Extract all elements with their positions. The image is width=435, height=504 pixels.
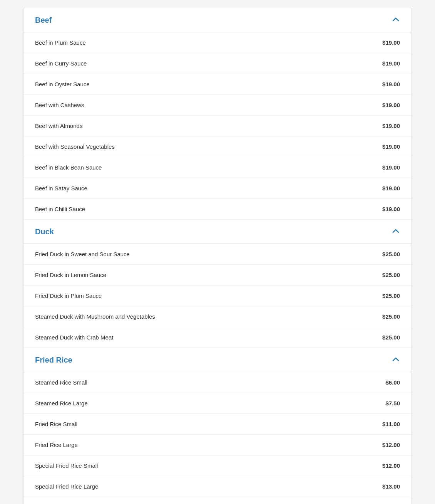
section-title-fried-rice: Fried Rice xyxy=(35,356,72,365)
item-name: Beef in Plum Sauce xyxy=(35,39,86,46)
section-header-duck[interactable]: Duck xyxy=(23,220,412,244)
item-price: $25.00 xyxy=(382,251,400,257)
item-name: Fried Rice Large xyxy=(35,442,78,448)
menu-item: Fried Duck in Plum Sauce$25.00 xyxy=(23,286,412,306)
item-price: $19.00 xyxy=(382,143,400,150)
section-title-beef: Beef xyxy=(35,16,52,25)
item-price: $19.00 xyxy=(382,60,400,67)
item-price: $19.00 xyxy=(382,164,400,171)
menu-item: Beef with Cashews$19.00 xyxy=(23,95,412,116)
item-price: $25.00 xyxy=(382,272,400,278)
item-name: Steamed Rice Large xyxy=(35,400,88,407)
item-price: $7.50 xyxy=(385,400,400,407)
menu-item: Beef in Satay Sauce$19.00 xyxy=(23,178,412,199)
menu-item: Beef in Black Bean Sauce$19.00 xyxy=(23,157,412,178)
item-name: Beef with Almonds xyxy=(35,123,82,129)
menu-item: Steamed Rice Small$6.00 xyxy=(23,372,412,393)
item-name: Beef with Cashews xyxy=(35,102,84,108)
item-price: $19.00 xyxy=(382,123,400,129)
item-name: Beef in Chilli Sauce xyxy=(35,206,85,212)
menu-item: Beef with Almonds$19.00 xyxy=(23,116,412,136)
item-name: Beef with Seasonal Vegetables xyxy=(35,143,115,150)
item-price: $12.00 xyxy=(382,442,400,448)
section-title-duck: Duck xyxy=(35,227,54,236)
menu-item: Beef in Chilli Sauce$19.00 xyxy=(23,199,412,220)
menu-item: Steamed Duck with Mushroom and Vegetable… xyxy=(23,306,412,327)
section-header-beef[interactable]: Beef xyxy=(23,8,412,32)
menu-item: Special Fried Rice Small$12.00 xyxy=(23,455,412,476)
menu-container: Beef Beef in Plum Sauce$19.00Beef in Cur… xyxy=(23,8,412,504)
chevron-up-icon-beef xyxy=(392,15,400,25)
menu-item: Beef Combination Fried Rice$19.00 xyxy=(23,497,412,504)
item-price: $19.00 xyxy=(382,39,400,46)
item-name: Fried Rice Small xyxy=(35,421,77,427)
item-name: Steamed Duck with Crab Meat xyxy=(35,334,113,341)
menu-item: Special Fried Rice Large$13.00 xyxy=(23,476,412,497)
menu-item: Fried Rice Large$12.00 xyxy=(23,435,412,455)
item-name: Fried Duck in Sweet and Sour Sauce xyxy=(35,251,130,257)
item-price: $12.00 xyxy=(382,462,400,469)
menu-item: Fried Duck in Sweet and Sour Sauce$25.00 xyxy=(23,244,412,265)
item-name: Beef in Curry Sauce xyxy=(35,60,87,67)
menu-item: Beef with Seasonal Vegetables$19.00 xyxy=(23,136,412,157)
item-name: Beef in Black Bean Sauce xyxy=(35,164,102,171)
menu-item: Beef in Oyster Sauce$19.00 xyxy=(23,74,412,95)
item-name: Special Fried Rice Large xyxy=(35,483,98,490)
item-name: Fried Duck in Plum Sauce xyxy=(35,292,102,299)
item-price: $25.00 xyxy=(382,292,400,299)
menu-item: Beef in Plum Sauce$19.00 xyxy=(23,32,412,53)
item-price: $25.00 xyxy=(382,313,400,320)
item-name: Steamed Rice Small xyxy=(35,379,87,386)
chevron-up-icon-fried-rice xyxy=(392,355,400,365)
item-price: $19.00 xyxy=(382,185,400,192)
menu-item: Fried Rice Small$11.00 xyxy=(23,414,412,435)
item-name: Steamed Duck with Mushroom and Vegetable… xyxy=(35,313,155,320)
item-price: $19.00 xyxy=(382,81,400,87)
item-name: Beef in Oyster Sauce xyxy=(35,81,90,87)
item-price: $6.00 xyxy=(385,379,400,386)
item-price: $25.00 xyxy=(382,334,400,341)
item-price: $19.00 xyxy=(382,102,400,108)
section-header-fried-rice[interactable]: Fried Rice xyxy=(23,348,412,372)
item-name: Fried Duck in Lemon Sauce xyxy=(35,272,106,278)
menu-item: Beef in Curry Sauce$19.00 xyxy=(23,53,412,74)
item-name: Beef in Satay Sauce xyxy=(35,185,87,192)
item-price: $19.00 xyxy=(382,206,400,212)
menu-item: Fried Duck in Lemon Sauce$25.00 xyxy=(23,265,412,286)
menu-item: Steamed Duck with Crab Meat$25.00 xyxy=(23,327,412,348)
menu-item: Steamed Rice Large$7.50 xyxy=(23,393,412,414)
item-price: $13.00 xyxy=(382,483,400,490)
item-price: $11.00 xyxy=(382,421,400,427)
item-name: Special Fried Rice Small xyxy=(35,462,98,469)
chevron-up-icon-duck xyxy=(392,227,400,237)
